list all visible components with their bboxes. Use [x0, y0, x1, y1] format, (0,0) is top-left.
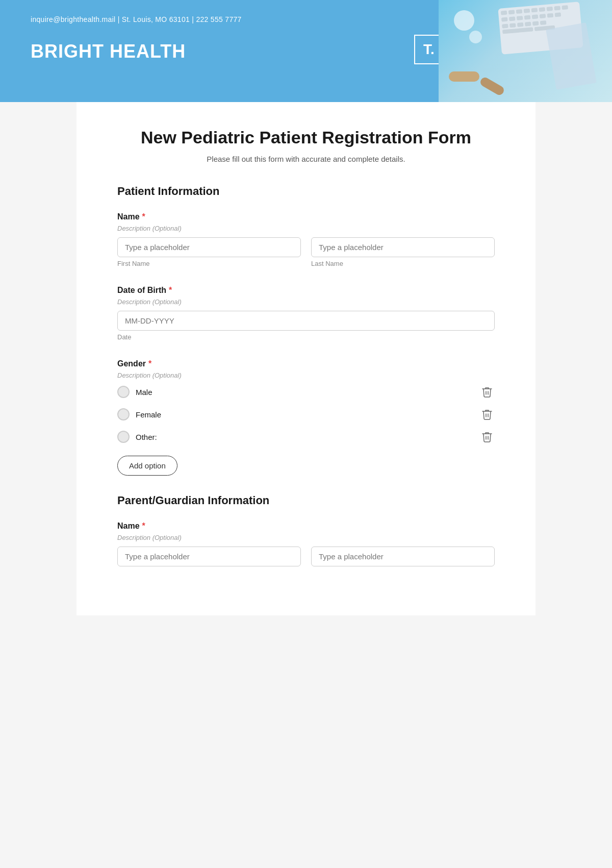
gender-label: Gender * — [117, 359, 495, 368]
name-input-row: First Name Last Name — [117, 237, 495, 267]
section-title-patient: Patient Information — [117, 185, 495, 198]
radio-label-other: Other: — [136, 433, 157, 441]
form-title: New Pediatric Patient Registration Form — [117, 128, 495, 147]
dob-input-row: Date — [117, 311, 495, 341]
guardian-first-name-input[interactable] — [117, 547, 301, 566]
dob-label: Date of Birth * — [117, 286, 495, 295]
circle-deco-1 — [454, 10, 474, 31]
dob-required-star: * — [169, 286, 172, 295]
guardian-last-name-field — [311, 547, 495, 566]
gender-option-other: Other: — [117, 429, 495, 444]
guardian-name-label: Name * — [117, 522, 495, 531]
header-decoration — [439, 0, 612, 102]
name-description: Description (Optional) — [117, 225, 495, 232]
radio-circle-other[interactable] — [117, 431, 130, 443]
form-subtitle: Please fill out this form with accurate … — [117, 155, 495, 163]
name-label: Name * — [117, 212, 495, 221]
section-title-guardian: Parent/Guardian Information — [117, 494, 495, 507]
gender-required-star: * — [148, 359, 151, 368]
field-name: Name * Description (Optional) First Name… — [117, 212, 495, 267]
field-dob: Date of Birth * Description (Optional) D… — [117, 286, 495, 341]
radio-left-other: Other: — [117, 431, 157, 443]
guardian-name-required-star: * — [142, 522, 145, 531]
radio-left-male: Male — [117, 386, 152, 398]
delete-female-icon[interactable] — [479, 407, 495, 422]
radio-circle-female[interactable] — [117, 408, 130, 420]
guardian-name-input-row — [117, 547, 495, 566]
guardian-first-name-field — [117, 547, 301, 566]
gender-option-female: Female — [117, 407, 495, 422]
section-patient: Patient Information Name * Description (… — [117, 185, 495, 476]
header: inquire@brighthealth.mail | St. Louis, M… — [0, 0, 612, 102]
main-content: New Pediatric Patient Registration Form … — [76, 102, 536, 615]
name-required-star: * — [142, 212, 145, 221]
dob-input[interactable] — [117, 311, 495, 331]
pill-deco-1 — [449, 71, 479, 82]
first-name-field: First Name — [117, 237, 301, 267]
field-guardian-name: Name * Description (Optional) — [117, 522, 495, 566]
last-name-input[interactable] — [311, 237, 495, 257]
section-guardian: Parent/Guardian Information Name * Descr… — [117, 494, 495, 566]
clipboard-decoration — [546, 22, 597, 90]
guardian-last-name-input[interactable] — [311, 547, 495, 566]
last-name-sublabel: Last Name — [311, 260, 495, 267]
field-gender: Gender * Description (Optional) Male — [117, 359, 495, 476]
first-name-sublabel: First Name — [117, 260, 301, 267]
gender-option-male: Male — [117, 384, 495, 400]
radio-label-female: Female — [136, 410, 161, 419]
radio-label-male: Male — [136, 388, 152, 396]
circle-deco-2 — [469, 31, 482, 43]
radio-circle-male[interactable] — [117, 386, 130, 398]
dob-sublabel: Date — [117, 333, 495, 341]
first-name-input[interactable] — [117, 237, 301, 257]
header-logo: BRIGHT HEALTH — [31, 41, 186, 62]
guardian-name-description: Description (Optional) — [117, 534, 495, 541]
last-name-field: Last Name — [311, 237, 495, 267]
radio-left-female: Female — [117, 408, 161, 420]
dob-description: Description (Optional) — [117, 298, 495, 306]
gender-description: Description (Optional) — [117, 371, 495, 379]
pill-deco-2 — [479, 76, 505, 97]
header-contact: inquire@brighthealth.mail | St. Louis, M… — [31, 15, 242, 23]
delete-male-icon[interactable] — [479, 384, 495, 400]
delete-other-icon[interactable] — [479, 429, 495, 444]
add-option-button[interactable]: Add option — [117, 456, 177, 476]
